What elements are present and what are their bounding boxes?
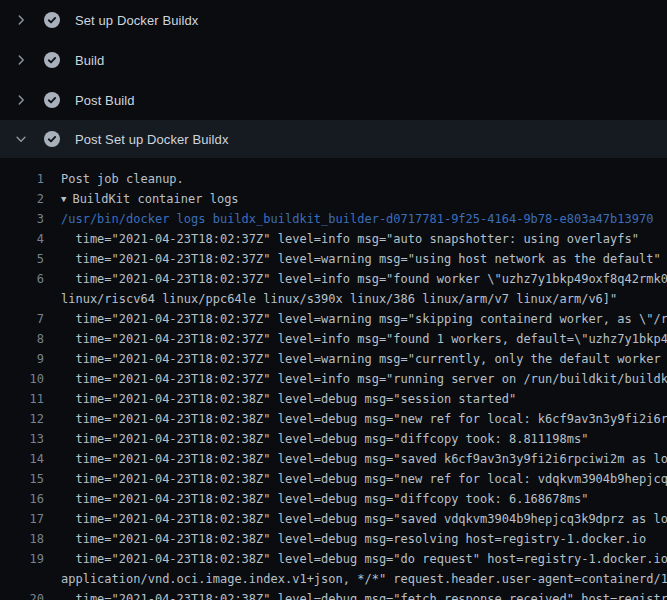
step-label: Set up Docker Buildx xyxy=(75,13,198,28)
log-text: time="2021-04-23T18:02:37Z" level=info m… xyxy=(61,269,667,289)
chevron-right-icon[interactable] xyxy=(13,12,29,28)
log-line: 1 Post job cleanup. xyxy=(0,169,667,189)
log-text: ▼BuildKit container logs xyxy=(61,189,239,209)
line-number[interactable]: 14 xyxy=(0,449,44,469)
log-line: 8 time="2021-04-23T18:02:37Z" level=info… xyxy=(0,329,667,349)
log-pane: 1 Post job cleanup. 2 ▼BuildKit containe… xyxy=(0,158,667,600)
check-circle-icon xyxy=(44,52,60,68)
log-text: linux/riscv64 linux/ppc64le linux/s390x … xyxy=(61,289,617,309)
log-text: time="2021-04-23T18:02:37Z" level=info m… xyxy=(61,369,667,389)
log-line: 19 time="2021-04-23T18:02:38Z" level=deb… xyxy=(0,549,667,569)
step-header-1[interactable]: Build xyxy=(0,40,667,80)
log-line: 10 time="2021-04-23T18:02:37Z" level=inf… xyxy=(0,369,667,389)
line-number[interactable]: 10 xyxy=(0,369,44,389)
line-number[interactable]: 1 xyxy=(0,169,44,189)
line-number[interactable]: 16 xyxy=(0,489,44,509)
log-text: time="2021-04-23T18:02:37Z" level=warnin… xyxy=(61,309,667,329)
line-number[interactable]: 6 xyxy=(0,269,44,289)
log-text: time="2021-04-23T18:02:38Z" level=debug … xyxy=(61,529,646,549)
log-line: application/vnd.oci.image.index.v1+json,… xyxy=(0,569,667,589)
line-number[interactable]: 11 xyxy=(0,389,44,409)
log-text: time="2021-04-23T18:02:38Z" level=debug … xyxy=(61,489,588,509)
line-number xyxy=(0,289,44,309)
line-number[interactable]: 19 xyxy=(0,549,44,569)
check-circle-icon xyxy=(44,92,60,108)
log-line: 14 time="2021-04-23T18:02:38Z" level=deb… xyxy=(0,449,667,469)
log-line: 2 ▼BuildKit container logs xyxy=(0,189,667,209)
check-circle-icon xyxy=(44,131,60,147)
log-text: Post job cleanup. xyxy=(61,169,184,189)
check-circle-icon xyxy=(44,12,60,28)
log-text: time="2021-04-23T18:02:38Z" level=debug … xyxy=(61,509,667,529)
log-text: time="2021-04-23T18:02:38Z" level=debug … xyxy=(61,409,667,429)
step-header-2[interactable]: Post Build xyxy=(0,80,667,120)
log-line: 9 time="2021-04-23T18:02:37Z" level=warn… xyxy=(0,349,667,369)
line-number[interactable]: 18 xyxy=(0,529,44,549)
chevron-right-icon[interactable] xyxy=(13,92,29,108)
log-line: 15 time="2021-04-23T18:02:38Z" level=deb… xyxy=(0,469,667,489)
line-number[interactable]: 15 xyxy=(0,469,44,489)
line-number[interactable]: 12 xyxy=(0,409,44,429)
log-text: time="2021-04-23T18:02:37Z" level=warnin… xyxy=(61,249,661,269)
log-text: time="2021-04-23T18:02:38Z" level=debug … xyxy=(61,469,667,489)
line-number[interactable]: 2 xyxy=(0,189,44,209)
line-number xyxy=(0,569,44,589)
log-text: time="2021-04-23T18:02:38Z" level=debug … xyxy=(61,589,667,600)
log-text: time="2021-04-23T18:02:38Z" level=debug … xyxy=(61,389,516,409)
log-line: linux/riscv64 linux/ppc64le linux/s390x … xyxy=(0,289,667,309)
log-line: 18 time="2021-04-23T18:02:38Z" level=deb… xyxy=(0,529,667,549)
log-line: 11 time="2021-04-23T18:02:38Z" level=deb… xyxy=(0,389,667,409)
line-number[interactable]: 5 xyxy=(0,249,44,269)
log-text: time="2021-04-23T18:02:37Z" level=info m… xyxy=(61,229,639,249)
log-text: time="2021-04-23T18:02:38Z" level=debug … xyxy=(61,429,588,449)
log-line: 20 time="2021-04-23T18:02:38Z" level=deb… xyxy=(0,589,667,600)
log-line: 13 time="2021-04-23T18:02:38Z" level=deb… xyxy=(0,429,667,449)
log-line: 12 time="2021-04-23T18:02:38Z" level=deb… xyxy=(0,409,667,429)
log-text: /usr/bin/docker logs buildx_buildkit_bui… xyxy=(61,209,653,229)
log-line: 3 /usr/bin/docker logs buildx_buildkit_b… xyxy=(0,209,667,229)
steps-list: Set up Docker Buildx Build Post Buil xyxy=(0,0,667,158)
line-number[interactable]: 17 xyxy=(0,509,44,529)
chevron-down-icon[interactable] xyxy=(13,131,29,147)
log-line: 7 time="2021-04-23T18:02:37Z" level=warn… xyxy=(0,309,667,329)
log-line: 5 time="2021-04-23T18:02:37Z" level=warn… xyxy=(0,249,667,269)
line-number[interactable]: 3 xyxy=(0,209,44,229)
log-line: 17 time="2021-04-23T18:02:38Z" level=deb… xyxy=(0,509,667,529)
log-text: time="2021-04-23T18:02:38Z" level=debug … xyxy=(61,549,667,569)
log-text: time="2021-04-23T18:02:38Z" level=debug … xyxy=(61,449,667,469)
line-number[interactable]: 4 xyxy=(0,229,44,249)
line-number[interactable]: 20 xyxy=(0,589,44,600)
chevron-right-icon[interactable] xyxy=(13,52,29,68)
step-label: Post Set up Docker Buildx xyxy=(75,132,229,147)
step-label: Post Build xyxy=(75,93,135,108)
line-number[interactable]: 8 xyxy=(0,329,44,349)
log-line: 16 time="2021-04-23T18:02:38Z" level=deb… xyxy=(0,489,667,509)
step-label: Build xyxy=(75,53,104,68)
line-number[interactable]: 9 xyxy=(0,349,44,369)
log-text: time="2021-04-23T18:02:37Z" level=info m… xyxy=(61,329,667,349)
step-header-0[interactable]: Set up Docker Buildx xyxy=(0,0,667,40)
log-line: 6 time="2021-04-23T18:02:37Z" level=info… xyxy=(0,269,667,289)
log-line: 4 time="2021-04-23T18:02:37Z" level=info… xyxy=(0,229,667,249)
line-number[interactable]: 7 xyxy=(0,309,44,329)
line-number[interactable]: 13 xyxy=(0,429,44,449)
step-header-3[interactable]: Post Set up Docker Buildx xyxy=(0,120,667,158)
log-text: time="2021-04-23T18:02:37Z" level=warnin… xyxy=(61,349,667,369)
group-collapse-toggle-icon[interactable]: ▼ xyxy=(61,189,66,209)
log-text: application/vnd.oci.image.index.v1+json,… xyxy=(61,569,667,589)
